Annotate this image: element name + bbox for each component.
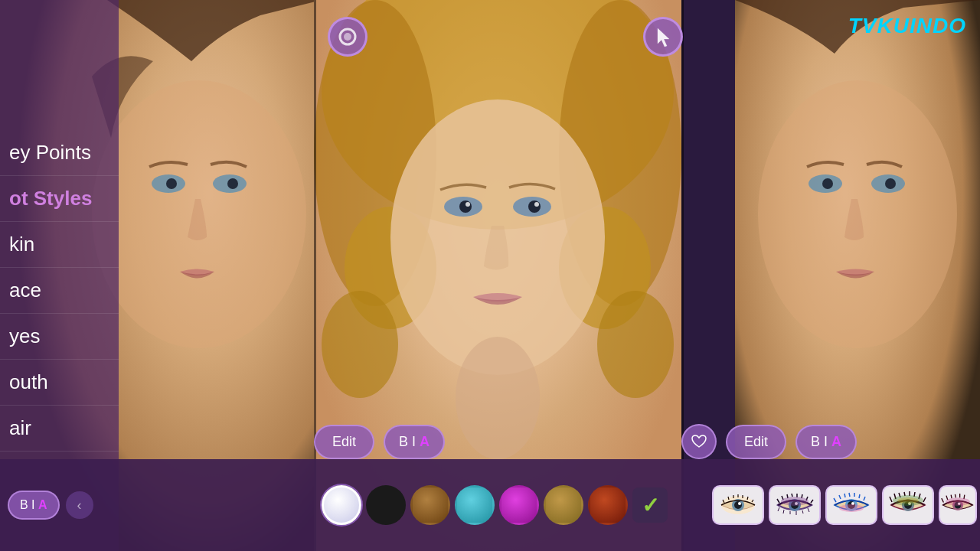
- bottom-toolbar: B I A ‹ ✓: [0, 459, 980, 551]
- right-edit-area: Edit B I A: [681, 424, 857, 459]
- heart-button[interactable]: [681, 424, 717, 459]
- color-swatch-black[interactable]: [366, 485, 406, 525]
- svg-point-4: [227, 178, 238, 189]
- sidebar-item-hair[interactable]: air: [0, 406, 119, 452]
- check-button[interactable]: ✓: [632, 487, 668, 523]
- toolbar-left: B I A ‹: [0, 491, 314, 520]
- sidebar-item-skin[interactable]: kin: [0, 222, 119, 268]
- svg-point-47: [946, 497, 970, 506]
- sidebar-item-eyes[interactable]: yes: [0, 314, 119, 360]
- top-left-circle-button[interactable]: [328, 17, 368, 57]
- eye-style-1-svg: [718, 491, 758, 519]
- svg-point-30: [738, 502, 741, 505]
- center-bia-button[interactable]: B I A: [384, 425, 445, 459]
- color-swatch-auburn[interactable]: [588, 485, 628, 525]
- toolbar-center: ✓: [314, 485, 704, 525]
- mouth-label: outh: [9, 370, 48, 393]
- svg-point-15: [459, 201, 472, 213]
- svg-point-23: [822, 178, 833, 189]
- eye-style-3-svg: [831, 491, 871, 519]
- svg-point-38: [839, 504, 864, 512]
- eye-style-5-svg: [940, 491, 975, 519]
- svg-point-24: [885, 178, 896, 189]
- svg-point-19: [456, 337, 540, 459]
- check-icon: ✓: [642, 493, 659, 518]
- eye-style-2-svg: [775, 491, 815, 519]
- eye-style-4[interactable]: [882, 485, 934, 525]
- eye-style-5[interactable]: [939, 485, 977, 525]
- svg-point-29: [734, 501, 742, 509]
- toolbar-bia-button[interactable]: B I A: [8, 491, 60, 520]
- svg-point-3: [166, 178, 177, 189]
- svg-point-16: [528, 201, 541, 213]
- eye-style-3[interactable]: [825, 485, 877, 525]
- color-swatch-magenta[interactable]: [499, 485, 539, 525]
- svg-point-17: [466, 202, 470, 207]
- color-swatch-cyan[interactable]: [455, 485, 495, 525]
- circle-icon: [337, 26, 358, 47]
- chevron-left-button[interactable]: ‹: [66, 491, 93, 519]
- face-label: ace: [9, 279, 41, 302]
- svg-point-11: [597, 291, 674, 398]
- sidebar-item-hot-styles[interactable]: ot Styles: [0, 176, 119, 222]
- svg-point-10: [322, 291, 398, 398]
- sidebar-item-mouth[interactable]: outh: [0, 360, 119, 406]
- right-bia-button[interactable]: B I A: [795, 425, 857, 459]
- sidebar-item-key-points[interactable]: ey Points: [0, 130, 119, 176]
- svg-point-26: [344, 33, 351, 41]
- top-right-cursor-button[interactable]: [643, 17, 683, 57]
- eye-style-4-svg: [888, 491, 928, 519]
- toolbar-right: [704, 485, 980, 525]
- heart-icon: [691, 435, 707, 448]
- eye-style-2[interactable]: [769, 485, 821, 525]
- eye-style-1[interactable]: [712, 485, 764, 525]
- color-swatch-white[interactable]: [322, 485, 361, 525]
- key-points-label: ey Points: [9, 141, 91, 164]
- hair-label: air: [9, 416, 31, 439]
- cursor-icon: [652, 25, 675, 48]
- eyes-label: yes: [9, 324, 40, 347]
- center-edit-button[interactable]: Edit: [314, 425, 374, 459]
- svg-point-43: [897, 497, 919, 504]
- color-swatch-brown[interactable]: [410, 485, 450, 525]
- color-swatch-dark-blonde[interactable]: [544, 485, 583, 525]
- sidebar-item-face[interactable]: ace: [0, 268, 119, 314]
- svg-point-34: [781, 497, 808, 506]
- hot-styles-label: ot Styles: [9, 187, 92, 210]
- center-edit-area: Edit B I A: [314, 425, 445, 459]
- svg-point-18: [534, 202, 539, 207]
- right-edit-button[interactable]: Edit: [726, 425, 786, 459]
- watermark: TVKUINDO: [848, 14, 966, 38]
- skin-label: kin: [9, 233, 34, 256]
